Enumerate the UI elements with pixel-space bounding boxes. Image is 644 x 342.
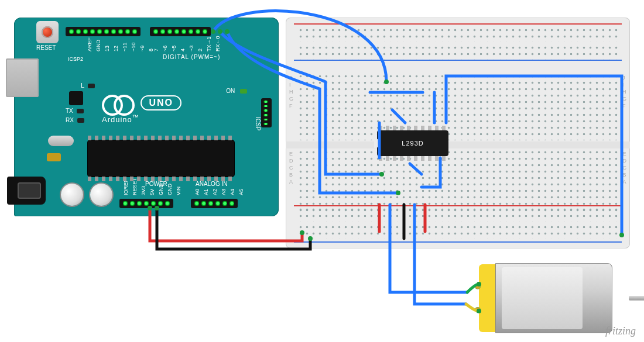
l-led-icon (88, 84, 95, 88)
motor-terminal-a[interactable] (475, 284, 480, 289)
motor-shaft-icon (629, 296, 644, 300)
atmega-chip-icon (88, 140, 234, 177)
arduino-uno-board: RESET AREFGND1312~11~10~98 7~6~54~32TX→1… (14, 18, 279, 216)
row-letters-top-right: JIHGF (622, 75, 626, 108)
row-letters-top-left: JIHGF (289, 75, 293, 108)
icsp-label: ICSP (255, 117, 261, 130)
power-rail-bottom-minus[interactable] (297, 224, 618, 239)
power-rail-top-plus[interactable] (297, 27, 618, 42)
l293d-chip[interactable]: L293D (377, 130, 448, 156)
icsp-header[interactable] (261, 98, 272, 127)
l-led-label: L (81, 82, 95, 89)
capacitor-icon (61, 184, 83, 206)
header-top-right[interactable] (150, 27, 211, 36)
tx-rx-labels: TX RX (66, 106, 84, 125)
watermark: fritzing (605, 325, 636, 337)
reset-button[interactable] (36, 21, 59, 43)
capacitor-icon (90, 184, 112, 206)
chip-label: L293D (402, 140, 423, 147)
usb-port-icon (6, 58, 39, 97)
infinity-logo-icon (102, 95, 135, 111)
polyfuse-icon (47, 153, 61, 161)
power-rail-top-minus[interactable] (297, 44, 618, 60)
small-chip-icon (69, 91, 83, 105)
breadboard[interactable]: JIHGF JIHGF EDCBA EDCBA (286, 18, 630, 248)
power-label: POWER (145, 181, 167, 187)
header-top-left[interactable] (66, 27, 141, 36)
on-led-label: ON (226, 88, 247, 94)
header-bottom-power[interactable] (119, 199, 173, 208)
arduino-brand: UNO Arduino™ (102, 95, 181, 124)
reset-label: RESET (36, 44, 56, 51)
pin-labels-bottom-power: IOREFRESET3V35VGNDGNDVIN (123, 189, 181, 195)
capacitors (61, 184, 112, 206)
motor-terminals[interactable] (475, 284, 480, 312)
power-rail-bottom-plus[interactable] (297, 206, 618, 222)
analog-label: ANALOG IN (196, 181, 227, 187)
digital-label: DIGITAL (PWM=~) (163, 54, 220, 60)
pin-labels-top-left: AREFGND1312~11~10~98 (69, 46, 154, 51)
dc-motor (479, 263, 631, 333)
terminal-strip-top[interactable] (297, 73, 618, 140)
chip-notch-icon (374, 139, 380, 148)
pin-labels-bottom-analog: A0A1A2A3A4A5 (194, 189, 244, 195)
circuit-diagram: RESET AREFGND1312~11~10~98 7~6~54~32TX→1… (0, 0, 644, 342)
breadboard-gutter (286, 141, 630, 148)
pin-labels-top-right: 7~6~54~32TX→1RX←0 (153, 46, 221, 51)
row-letters-bottom-left: EDCBA (289, 151, 293, 184)
crystal-icon (48, 136, 74, 146)
power-jack-icon (7, 177, 46, 205)
header-bottom-analog[interactable] (191, 199, 238, 208)
motor-endcap (479, 264, 495, 332)
motor-terminal-b[interactable] (475, 308, 480, 312)
row-letters-bottom-right: EDCBA (623, 151, 627, 184)
motor-body (495, 263, 612, 333)
icsp2-label: ICSP2 (68, 56, 83, 62)
model-badge: UNO (141, 95, 181, 110)
